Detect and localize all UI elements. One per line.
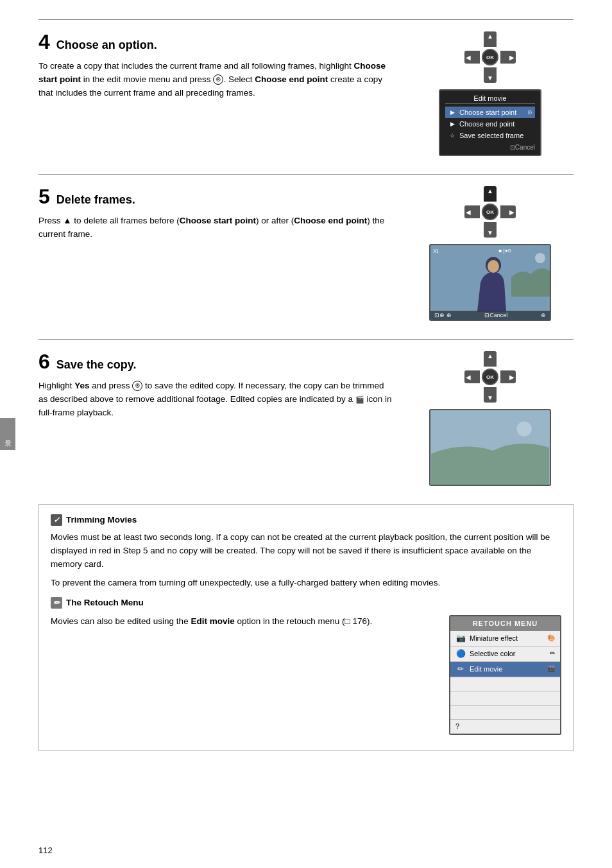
- page: 景 4 Choose an option. To create a copy t…: [0, 0, 612, 868]
- choose-start-icon: ▶: [448, 108, 457, 117]
- step-6-title: Save the copy.: [56, 358, 137, 372]
- step-4-dpad: ▲ ▼ ◀ ▶ OK: [464, 31, 516, 83]
- dpad-up-4: ▲: [484, 31, 497, 47]
- step-4-body: To create a copy that includes the curre…: [38, 60, 394, 100]
- retouch-title-text: The Retouch Menu: [66, 596, 144, 610]
- choose-start-right: ⊙: [527, 109, 532, 116]
- miniature-icon: 📷: [455, 633, 466, 643]
- page-number: 112: [38, 846, 53, 855]
- menu-item-save-frame: ☆ Save selected frame: [445, 130, 535, 141]
- step-5-body: Press ▲ to delete all frames before (Cho…: [38, 214, 394, 241]
- edit-movie-bold: Edit movie: [191, 616, 234, 626]
- step-5-block: 5 Delete frames. Press ▲ to delete all f…: [38, 174, 574, 333]
- trimming-para-2: To prevent the camera from turning off u…: [51, 577, 561, 590]
- edit-movie-screen: Edit movie ▶ Choose start point ⊙ ▶ Choo…: [439, 89, 541, 156]
- step-6-title-wrapper: 6 Save the copy.: [38, 351, 394, 376]
- dpad-right-6: ▶: [500, 370, 516, 383]
- step-5-bold-1: Choose start point: [180, 216, 256, 225]
- retouch-content: Movies can also be edited using the Edit…: [51, 615, 561, 735]
- side-tab: 景: [0, 418, 15, 450]
- step-6-dpad: ▲ ▼ ◀ ▶ OK: [464, 351, 516, 403]
- miniature-right: 🎨: [547, 633, 555, 643]
- edit-movie-footer: ⊡Cancel: [445, 144, 535, 151]
- retouch-icon: ✏: [51, 597, 62, 609]
- step-5-number: 5: [38, 186, 50, 207]
- retouch-section: ✏ The Retouch Menu Movies can also be ed…: [51, 596, 561, 735]
- dpad-down-6: ▼: [484, 387, 497, 403]
- selective-label: Selective color: [470, 648, 516, 659]
- choose-end-label: Choose end point: [459, 120, 514, 128]
- edit-movie-right: 🎬: [547, 664, 555, 674]
- dpad-center-4: OK: [482, 49, 498, 65]
- step-6-bold-yes: Yes: [74, 381, 89, 390]
- step-4-title: Choose an option.: [56, 39, 157, 52]
- selective-icon: 🔵: [455, 648, 466, 659]
- selective-right: ✏: [550, 648, 555, 659]
- step-4-number: 4: [38, 31, 50, 52]
- dpad-right-5: ▶: [500, 205, 516, 218]
- dpad-center-6: OK: [482, 369, 498, 385]
- dpad-4: ▲ ▼ ◀ ▶ OK: [464, 31, 516, 83]
- rt-spacer-question: ?: [450, 720, 560, 734]
- trimming-section: ✓ Trimming Movies Movies must be at leas…: [51, 514, 561, 590]
- menu-item-choose-end: ▶ Choose end point: [445, 118, 535, 130]
- retouch-text: Movies can also be edited using the Edit…: [51, 615, 436, 629]
- step-5-dpad: ▲ ▼ ◀ ▶ OK: [464, 186, 516, 238]
- step-4-left: 4 Choose an option. To create a copy tha…: [38, 31, 407, 100]
- edit-movie-label: Edit movie: [470, 664, 502, 675]
- dpad-up-6: ▲: [484, 351, 497, 367]
- rt-header: RETOUCH MENU: [450, 616, 560, 631]
- dpad-5: ▲ ▼ ◀ ▶ OK: [464, 186, 516, 238]
- step-4-title-wrapper: 4 Choose an option.: [38, 31, 394, 56]
- svg-point-5: [517, 421, 532, 436]
- rt-item-edit-movie: ✏ Edit movie 🎬: [450, 662, 560, 677]
- step-4-bold-1: Choose start point: [38, 61, 386, 84]
- rt-item-miniature: 📷 Miniature effect 🎨: [450, 631, 560, 647]
- step-5-screen: Xt ■ [●01m45s/02m30s]: [429, 244, 551, 321]
- step-6-body: Highlight Yes and press ® to save the ed…: [38, 379, 394, 420]
- step-5-right: ▲ ▼ ◀ ▶ OK Xt ■ [●01m45s/02m30s]: [407, 186, 574, 321]
- trimming-para-1: Movies must be at least two seconds long…: [51, 531, 561, 571]
- person-silhouette: [471, 254, 509, 311]
- step-4-block: 4 Choose an option. To create a copy tha…: [38, 19, 574, 168]
- menu-item-choose-start: ▶ Choose start point ⊙: [445, 107, 535, 118]
- save-frame-icon: ☆: [448, 131, 457, 140]
- step-6-block: 6 Save the copy. Highlight Yes and press…: [38, 339, 574, 498]
- step-6-right: ▲ ▼ ◀ ▶ OK Proceed?: [407, 351, 574, 486]
- step-5-left: 5 Delete frames. Press ▲ to delete all f…: [38, 186, 407, 241]
- step-5-title: Delete frames.: [56, 193, 135, 207]
- movie-icon: 🎬: [355, 395, 364, 403]
- step5-bottom-bar: ⊡⊕ ⊕ ⊡Cancel ⊕: [430, 311, 550, 320]
- choose-start-label: Choose start point: [459, 108, 516, 116]
- step-6-screen: Proceed? Yes OK No: [429, 409, 551, 486]
- dpad-right-4: ▶: [500, 51, 516, 64]
- step5-top-left: Xt: [433, 248, 439, 254]
- trimming-title: ✓ Trimming Movies: [51, 514, 561, 527]
- edit-movie-icon: ✏: [455, 664, 466, 674]
- dpad-down-4: ▼: [484, 67, 497, 83]
- dpad-6: ▲ ▼ ◀ ▶ OK: [464, 351, 516, 403]
- retouch-menu-screen: RETOUCH MENU 📷 Miniature effect 🎨 🔵 Sele…: [449, 615, 561, 735]
- step5-bottom-left: ⊡⊕ ⊕: [434, 312, 452, 318]
- step-6-number: 6: [38, 351, 50, 372]
- landscape-bg: [511, 245, 550, 297]
- edit-movie-title: Edit movie: [445, 94, 535, 104]
- ok-icon-6: ®: [132, 381, 142, 391]
- step6-landscape: [430, 410, 550, 485]
- svg-point-3: [535, 253, 545, 263]
- rt-spacer-3: [450, 706, 560, 720]
- trimming-title-text: Trimming Movies: [66, 514, 137, 527]
- dpad-left-5: ◀: [464, 205, 480, 218]
- rt-item-selective: 🔵 Selective color ✏: [450, 647, 560, 662]
- step5-bottom-right: ⊡Cancel: [484, 312, 507, 318]
- note-box: ✓ Trimming Movies Movies must be at leas…: [38, 504, 574, 751]
- step-5-bold-2: Choose end point: [294, 216, 367, 225]
- miniature-label: Miniature effect: [470, 633, 518, 644]
- trimming-icon: ✓: [51, 514, 62, 526]
- dpad-left-4: ◀: [464, 51, 480, 64]
- save-frame-label: Save selected frame: [459, 132, 523, 139]
- rt-spacer-1: [450, 677, 560, 691]
- rt-spacer-2: [450, 691, 560, 706]
- step-5-title-wrapper: 5 Delete frames.: [38, 186, 394, 211]
- dpad-up-5: ▲: [484, 186, 497, 202]
